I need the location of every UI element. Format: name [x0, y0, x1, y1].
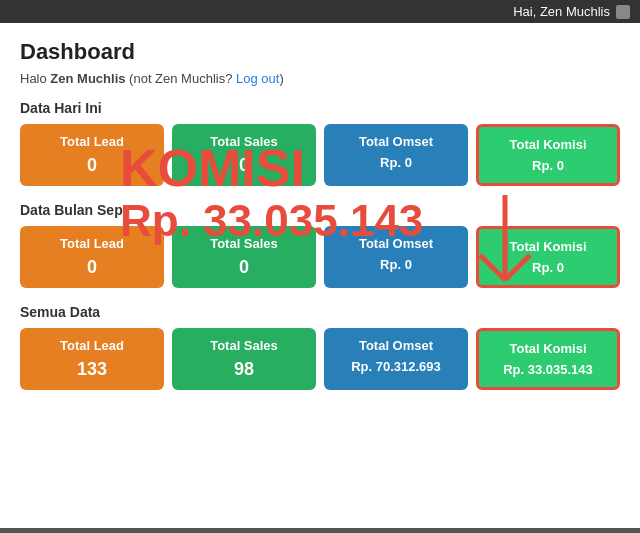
card-all-komisi: Total Komisi Rp. 33.035.143 — [476, 328, 620, 390]
logout-link[interactable]: Log out — [236, 71, 279, 86]
top-bar-user: Hai, Zen Muchlis — [513, 4, 610, 19]
card-today-sales: Total Sales 0 — [172, 124, 316, 186]
card-all-lead: Total Lead 133 — [20, 328, 164, 390]
section-month-title: Data Bulan Sep — [20, 202, 620, 218]
card-today-komisi: Total Komisi Rp. 0 — [476, 124, 620, 186]
card-month-komisi: Total Komisi Rp. 0 — [476, 226, 620, 288]
card-month-omset: Total Omset Rp. 0 — [324, 226, 468, 288]
section-today-title: Data Hari Ini — [20, 100, 620, 116]
card-all-sales: Total Sales 98 — [172, 328, 316, 390]
card-all-omset: Total Omset Rp. 70.312.693 — [324, 328, 468, 390]
cards-today: Total Lead 0 Total Sales 0 Total Omset R… — [20, 124, 620, 186]
top-bar-icon — [616, 5, 630, 19]
greeting: Halo Zen Muchlis (not Zen Muchlis? Log o… — [20, 71, 620, 86]
top-bar: Hai, Zen Muchlis — [0, 0, 640, 23]
cards-all: Total Lead 133 Total Sales 98 Total Omse… — [20, 328, 620, 390]
card-today-omset: Total Omset Rp. 0 — [324, 124, 468, 186]
card-today-lead: Total Lead 0 — [20, 124, 164, 186]
section-all-title: Semua Data — [20, 304, 620, 320]
main-content: Dashboard Halo Zen Muchlis (not Zen Much… — [0, 23, 640, 528]
page-title: Dashboard — [20, 39, 620, 65]
cards-month: Total Lead 0 Total Sales 0 Total Omset R… — [20, 226, 620, 288]
card-month-sales: Total Sales 0 — [172, 226, 316, 288]
card-month-lead: Total Lead 0 — [20, 226, 164, 288]
